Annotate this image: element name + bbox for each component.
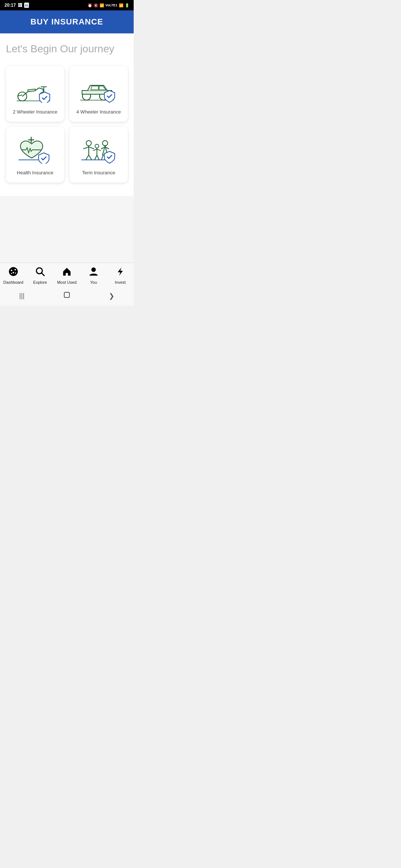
home-icon: [62, 267, 72, 279]
term-label: Term Insurance: [82, 170, 115, 176]
nav-home-button[interactable]: [63, 291, 71, 300]
four-wheeler-label: 4 Wheeler Insurance: [76, 109, 121, 115]
svg-line-29: [42, 273, 44, 276]
svg-line-17: [97, 155, 99, 160]
linkedin-icon: in: [24, 3, 29, 8]
photo-icon: 🖼: [18, 3, 22, 8]
wifi-icon: 📶: [100, 3, 104, 7]
battery-icon: 🔋: [125, 3, 129, 7]
svg-rect-31: [64, 292, 69, 297]
main-content: Let's Begin Our journey: [0, 33, 134, 196]
svg-point-10: [86, 141, 91, 146]
dashboard-icon: [9, 267, 18, 279]
alarm-icon: ⏰: [88, 3, 92, 7]
status-bar: 20:17 🖼 in ⏰ 🔇 📶 VoLTE1 📶 🔋: [0, 0, 134, 10]
page-title: BUY INSURANCE: [30, 17, 103, 26]
nav-dashboard-label: Dashboard: [3, 280, 23, 285]
term-card[interactable]: Term Insurance: [69, 127, 128, 183]
nav-dashboard[interactable]: Dashboard: [2, 267, 25, 285]
nav-back-button[interactable]: ❯: [109, 292, 114, 300]
term-icon: [75, 134, 123, 165]
bolt-icon: [115, 267, 125, 279]
two-wheeler-card[interactable]: 2 Wheeler Insurance: [6, 66, 64, 122]
nav-invest-label: Invest: [115, 280, 125, 285]
two-wheeler-icon: [11, 73, 59, 104]
svg-line-12: [86, 155, 89, 160]
insurance-cards-grid: 2 Wheeler Insurance: [6, 66, 128, 183]
person-icon: [89, 267, 98, 279]
nav-most-used-label: Most Used: [57, 280, 77, 285]
health-label: Health Insurance: [17, 170, 53, 176]
nav-explore[interactable]: Explore: [29, 267, 51, 285]
svg-point-22: [9, 267, 18, 276]
svg-point-27: [15, 273, 16, 274]
svg-point-14: [95, 144, 99, 148]
nav-invest[interactable]: Invest: [109, 267, 131, 285]
nav-most-used[interactable]: Most Used: [56, 267, 78, 285]
explore-icon: [35, 267, 45, 279]
four-wheeler-icon: [75, 73, 123, 104]
status-left: 20:17 🖼 in: [4, 3, 29, 8]
four-wheeler-card[interactable]: 4 Wheeler Insurance: [69, 66, 128, 122]
svg-point-23: [11, 270, 12, 271]
lte-icon: VoLTE1: [105, 3, 117, 7]
svg-line-13: [89, 155, 92, 160]
empty-content-area: [0, 196, 134, 263]
journey-title: Let's Begin Our journey: [6, 42, 128, 56]
svg-point-24: [14, 269, 16, 270]
svg-line-16: [95, 155, 97, 160]
svg-point-30: [91, 267, 96, 272]
svg-point-26: [11, 273, 12, 274]
health-icon: [11, 134, 59, 165]
signal-icon: 📶: [119, 3, 123, 7]
status-right: ⏰ 🔇 📶 VoLTE1 📶 🔋: [88, 3, 129, 7]
health-card[interactable]: Health Insurance: [6, 127, 64, 183]
nav-menu-button[interactable]: |||: [19, 292, 25, 300]
two-wheeler-label: 2 Wheeler Insurance: [13, 109, 58, 115]
system-nav-bar: ||| ❯: [0, 287, 134, 306]
svg-line-19: [101, 155, 103, 160]
nav-you-label: You: [90, 280, 97, 285]
nav-explore-label: Explore: [33, 280, 47, 285]
mute-icon: 🔇: [94, 3, 98, 7]
bottom-navigation: Dashboard Explore Most Used You: [0, 263, 134, 287]
svg-point-25: [13, 272, 14, 273]
page-header: BUY INSURANCE: [0, 10, 134, 33]
time-display: 20:17: [4, 3, 16, 8]
nav-you[interactable]: You: [82, 267, 105, 285]
